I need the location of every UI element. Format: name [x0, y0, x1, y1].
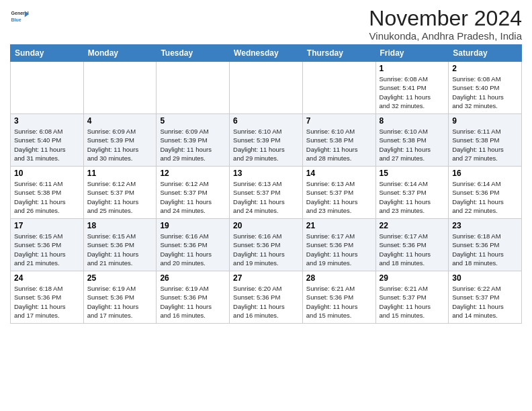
svg-text:Blue: Blue — [11, 17, 21, 22]
weekday-header-friday: Friday — [375, 45, 449, 62]
day-info: Sunrise: 6:20 AM Sunset: 5:36 PM Dayligh… — [233, 284, 299, 320]
calendar-cell: 16Sunrise: 6:14 AM Sunset: 5:36 PM Dayli… — [449, 167, 522, 219]
day-number: 15 — [380, 169, 445, 178]
calendar-cell — [302, 62, 375, 114]
day-info: Sunrise: 6:14 AM Sunset: 5:36 PM Dayligh… — [452, 179, 518, 215]
day-number: 22 — [380, 221, 445, 230]
calendar-cell — [157, 62, 230, 114]
calendar-cell — [230, 62, 303, 114]
day-info: Sunrise: 6:09 AM Sunset: 5:39 PM Dayligh… — [87, 127, 153, 163]
calendar-cell: 25Sunrise: 6:19 AM Sunset: 5:36 PM Dayli… — [83, 271, 157, 324]
weekday-header-row: SundayMondayTuesdayWednesdayThursdayFrid… — [11, 45, 522, 62]
day-info: Sunrise: 6:13 AM Sunset: 5:37 PM Dayligh… — [233, 179, 299, 215]
day-number: 29 — [380, 273, 445, 283]
calendar-cell: 6Sunrise: 6:10 AM Sunset: 5:39 PM Daylig… — [230, 114, 303, 167]
day-number: 13 — [233, 169, 299, 178]
day-number: 10 — [14, 169, 80, 178]
day-number: 4 — [87, 116, 153, 126]
day-info: Sunrise: 6:16 AM Sunset: 5:36 PM Dayligh… — [233, 232, 299, 267]
calendar-cell: 21Sunrise: 6:17 AM Sunset: 5:36 PM Dayli… — [302, 219, 375, 271]
calendar-cell: 2Sunrise: 6:08 AM Sunset: 5:40 PM Daylig… — [449, 62, 522, 114]
calendar-cell — [83, 62, 157, 114]
week-row-3: 10Sunrise: 6:11 AM Sunset: 5:38 PM Dayli… — [11, 167, 522, 219]
calendar-cell: 17Sunrise: 6:15 AM Sunset: 5:36 PM Dayli… — [11, 219, 84, 271]
calendar-cell: 18Sunrise: 6:15 AM Sunset: 5:36 PM Dayli… — [83, 219, 157, 271]
day-number: 30 — [452, 273, 518, 283]
day-info: Sunrise: 6:08 AM Sunset: 5:40 PM Dayligh… — [14, 127, 80, 163]
calendar-cell: 24Sunrise: 6:18 AM Sunset: 5:36 PM Dayli… — [11, 271, 84, 324]
day-number: 11 — [87, 169, 153, 178]
logo: General Blue — [10, 7, 29, 26]
calendar-cell: 4Sunrise: 6:09 AM Sunset: 5:39 PM Daylig… — [83, 114, 157, 167]
weekday-header-saturday: Saturday — [449, 45, 522, 62]
calendar-cell: 1Sunrise: 6:08 AM Sunset: 5:41 PM Daylig… — [375, 62, 449, 114]
calendar-cell: 29Sunrise: 6:21 AM Sunset: 5:37 PM Dayli… — [375, 271, 449, 324]
day-number: 8 — [380, 116, 445, 126]
day-number: 18 — [87, 221, 153, 230]
day-info: Sunrise: 6:21 AM Sunset: 5:37 PM Dayligh… — [380, 284, 445, 320]
location-subtitle: Vinukonda, Andhra Pradesh, India — [369, 30, 522, 42]
day-info: Sunrise: 6:19 AM Sunset: 5:36 PM Dayligh… — [160, 284, 226, 320]
day-info: Sunrise: 6:12 AM Sunset: 5:37 PM Dayligh… — [160, 179, 226, 215]
calendar-cell: 26Sunrise: 6:19 AM Sunset: 5:36 PM Dayli… — [157, 271, 230, 324]
calendar-cell: 23Sunrise: 6:18 AM Sunset: 5:36 PM Dayli… — [449, 219, 522, 271]
day-info: Sunrise: 6:09 AM Sunset: 5:39 PM Dayligh… — [160, 127, 226, 163]
weekday-header-thursday: Thursday — [302, 45, 375, 62]
day-info: Sunrise: 6:21 AM Sunset: 5:36 PM Dayligh… — [306, 284, 372, 320]
day-number: 9 — [452, 116, 518, 126]
calendar-cell: 14Sunrise: 6:13 AM Sunset: 5:37 PM Dayli… — [302, 167, 375, 219]
calendar-cell: 8Sunrise: 6:10 AM Sunset: 5:38 PM Daylig… — [375, 114, 449, 167]
day-info: Sunrise: 6:15 AM Sunset: 5:36 PM Dayligh… — [87, 232, 153, 267]
calendar-cell: 7Sunrise: 6:10 AM Sunset: 5:38 PM Daylig… — [302, 114, 375, 167]
day-info: Sunrise: 6:10 AM Sunset: 5:38 PM Dayligh… — [306, 127, 372, 163]
day-info: Sunrise: 6:19 AM Sunset: 5:36 PM Dayligh… — [87, 284, 153, 320]
calendar-table: SundayMondayTuesdayWednesdayThursdayFrid… — [10, 44, 522, 324]
calendar-cell: 20Sunrise: 6:16 AM Sunset: 5:36 PM Dayli… — [230, 219, 303, 271]
day-info: Sunrise: 6:08 AM Sunset: 5:40 PM Dayligh… — [452, 75, 518, 110]
day-number: 14 — [306, 169, 372, 178]
day-info: Sunrise: 6:18 AM Sunset: 5:36 PM Dayligh… — [452, 232, 518, 267]
day-number: 28 — [306, 273, 372, 283]
day-number: 16 — [452, 169, 518, 178]
day-number: 23 — [452, 221, 518, 230]
day-number: 21 — [306, 221, 372, 230]
day-info: Sunrise: 6:14 AM Sunset: 5:37 PM Dayligh… — [380, 179, 445, 215]
day-info: Sunrise: 6:16 AM Sunset: 5:36 PM Dayligh… — [160, 232, 226, 267]
week-row-1: 1Sunrise: 6:08 AM Sunset: 5:41 PM Daylig… — [11, 62, 522, 114]
day-info: Sunrise: 6:10 AM Sunset: 5:39 PM Dayligh… — [233, 127, 299, 163]
calendar-cell — [11, 62, 84, 114]
day-info: Sunrise: 6:11 AM Sunset: 5:38 PM Dayligh… — [14, 179, 80, 215]
calendar-cell: 5Sunrise: 6:09 AM Sunset: 5:39 PM Daylig… — [157, 114, 230, 167]
day-number: 27 — [233, 273, 299, 283]
day-number: 12 — [160, 169, 226, 178]
day-info: Sunrise: 6:12 AM Sunset: 5:37 PM Dayligh… — [87, 179, 153, 215]
weekday-header-tuesday: Tuesday — [157, 45, 230, 62]
day-info: Sunrise: 6:15 AM Sunset: 5:36 PM Dayligh… — [14, 232, 80, 267]
day-info: Sunrise: 6:17 AM Sunset: 5:36 PM Dayligh… — [306, 232, 372, 267]
day-number: 26 — [160, 273, 226, 283]
day-info: Sunrise: 6:10 AM Sunset: 5:38 PM Dayligh… — [380, 127, 445, 163]
logo-icon: General Blue — [10, 7, 29, 26]
calendar-cell: 12Sunrise: 6:12 AM Sunset: 5:37 PM Dayli… — [157, 167, 230, 219]
day-number: 6 — [233, 116, 299, 126]
week-row-5: 24Sunrise: 6:18 AM Sunset: 5:36 PM Dayli… — [11, 271, 522, 324]
weekday-header-sunday: Sunday — [11, 45, 84, 62]
day-number: 20 — [233, 221, 299, 230]
weekday-header-wednesday: Wednesday — [230, 45, 303, 62]
page-header: General Blue November 2024 Vinukonda, An… — [10, 7, 522, 42]
day-number: 25 — [87, 273, 153, 283]
calendar-cell: 13Sunrise: 6:13 AM Sunset: 5:37 PM Dayli… — [230, 167, 303, 219]
calendar-cell: 22Sunrise: 6:17 AM Sunset: 5:36 PM Dayli… — [375, 219, 449, 271]
day-number: 17 — [14, 221, 80, 230]
day-info: Sunrise: 6:11 AM Sunset: 5:38 PM Dayligh… — [452, 127, 518, 163]
day-info: Sunrise: 6:18 AM Sunset: 5:36 PM Dayligh… — [14, 284, 80, 320]
day-number: 1 — [380, 64, 445, 73]
day-number: 24 — [14, 273, 80, 283]
month-title: November 2024 — [369, 7, 522, 30]
calendar-cell: 27Sunrise: 6:20 AM Sunset: 5:36 PM Dayli… — [230, 271, 303, 324]
day-info: Sunrise: 6:13 AM Sunset: 5:37 PM Dayligh… — [306, 179, 372, 215]
day-number: 5 — [160, 116, 226, 126]
week-row-4: 17Sunrise: 6:15 AM Sunset: 5:36 PM Dayli… — [11, 219, 522, 271]
day-number: 19 — [160, 221, 226, 230]
day-number: 3 — [14, 116, 80, 126]
